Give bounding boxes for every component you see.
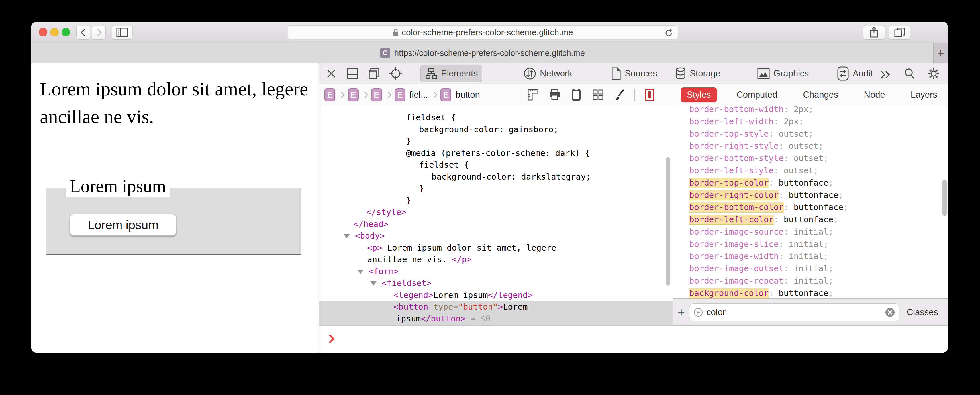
minimize-window-button[interactable] [50, 28, 59, 37]
dom-node-line[interactable]: <fieldset> [319, 277, 673, 289]
css-property-row[interactable]: background-color: buttonface; [689, 287, 948, 299]
print-styles-button[interactable] [548, 88, 562, 102]
styles-panel-scrollbar[interactable] [942, 180, 947, 216]
page-button[interactable]: Lorem ipsum [70, 214, 177, 236]
dom-node-line[interactable]: </head> [319, 218, 673, 230]
disclosure-triangle-icon[interactable] [370, 281, 377, 285]
css-semicolon: ; [838, 190, 843, 200]
dom-node-line[interactable]: fieldset { [319, 159, 673, 171]
element-badge[interactable]: E [348, 88, 359, 102]
dom-node-line[interactable]: <p> Lorem ipsum dolor sit amet, legere [319, 242, 673, 254]
element-badge[interactable]: E [395, 88, 406, 102]
dom-node-selected[interactable]: ipsum</button> = $0 [319, 313, 673, 325]
dom-node-line[interactable]: fieldset { [319, 112, 673, 124]
inspector-tab-sources[interactable]: Sources [606, 65, 662, 82]
dom-node-line[interactable]: } [319, 183, 673, 195]
ruler-button[interactable] [526, 88, 540, 102]
dock-side-button[interactable] [367, 67, 381, 80]
css-property-row[interactable]: border-left-color: buttonface; [689, 213, 948, 226]
reload-icon[interactable] [665, 28, 673, 38]
dom-panel-scrollbar[interactable] [666, 157, 670, 285]
paint-flashing-button[interactable] [613, 88, 627, 102]
dom-node-line[interactable]: @media (prefers-color-scheme: dark) { [319, 147, 673, 159]
css-property-row[interactable]: border-bottom-width: 2px; [689, 106, 948, 115]
css-property-row[interactable]: border-left-style: outset; [689, 164, 948, 177]
dom-node-line[interactable]: <legend>Lorem ipsum</legend> [319, 289, 673, 301]
styles-tab-styles[interactable]: Styles [681, 88, 717, 102]
inspector-navigation-bar: EEEEfiel...Ebutton [319, 84, 948, 106]
css-property-row[interactable]: border-bottom-color: buttonface; [689, 201, 948, 213]
settings-button[interactable] [927, 67, 940, 80]
css-property-row[interactable]: border-image-source: initial; [689, 226, 948, 238]
dock-bottom-button[interactable] [345, 67, 359, 80]
active-tab[interactable]: C https://color-scheme-prefers-color-sch… [31, 43, 934, 63]
inspector-tab-elements[interactable]: Elements [420, 65, 482, 82]
force-appearance-button[interactable] [643, 88, 656, 102]
styles-filter-input[interactable]: color [689, 303, 899, 322]
close-window-button[interactable] [39, 28, 47, 37]
css-semicolon: ; [829, 276, 833, 285]
css-property-row[interactable]: border-image-repeat: initial; [689, 275, 948, 287]
share-button[interactable] [863, 25, 885, 39]
url-bar[interactable]: color-scheme-prefers-color-scheme.glitch… [288, 25, 678, 40]
css-property-row[interactable]: border-top-color: buttonface; [689, 177, 948, 189]
dom-node-line[interactable]: ancillae ne vis. </p> [319, 254, 673, 266]
classes-button[interactable]: Classes [907, 307, 938, 317]
close-inspector-button[interactable] [325, 67, 338, 80]
sidebar-toggle-button[interactable] [112, 25, 133, 39]
css-property-row[interactable]: border-right-style: outset; [689, 140, 948, 152]
css-property-row[interactable]: border-image-outset: initial; [689, 263, 948, 275]
dom-node-line[interactable]: } [319, 135, 673, 147]
css-property-row[interactable]: border-left-width: 2px; [689, 115, 948, 128]
quick-console[interactable] [319, 325, 948, 352]
forward-button[interactable] [92, 25, 106, 39]
element-picker-button[interactable] [389, 67, 402, 80]
css-property-value: 2px [784, 116, 799, 126]
css-property-row[interactable]: border-top-style: outset; [689, 128, 948, 140]
element-badge[interactable]: E [441, 88, 451, 102]
clear-filter-icon[interactable] [885, 307, 895, 317]
search-button[interactable] [903, 67, 916, 80]
inspector-tab-storage[interactable]: Storage [670, 65, 725, 82]
more-tabs-button[interactable] [878, 68, 892, 81]
dom-node-selected[interactable]: <button type="button">Lorem [319, 301, 673, 313]
element-badge[interactable]: E [371, 88, 382, 102]
share-icon [869, 27, 879, 38]
css-semicolon: ; [823, 153, 828, 163]
device-settings-button[interactable] [570, 88, 583, 102]
breadcrumb-label[interactable]: button [455, 90, 480, 100]
element-badge[interactable]: E [325, 88, 335, 102]
disclosure-triangle-icon[interactable] [357, 269, 364, 274]
filter-value: color [706, 307, 885, 317]
css-property-row[interactable]: border-right-color: buttonface; [689, 189, 948, 201]
dom-node-line[interactable]: background-color: gainsboro; [319, 124, 673, 135]
css-semicolon: ; [818, 141, 823, 151]
inspector-tab-network[interactable]: Network [519, 65, 577, 82]
dom-node-line[interactable]: background-color: darkslategray; [319, 171, 673, 183]
css-property-row[interactable]: border-image-slice: initial; [689, 238, 948, 250]
new-tab-button[interactable]: + [933, 43, 948, 63]
styles-tab-changes[interactable]: Changes [797, 88, 845, 102]
css-property-row[interactable]: border-image-width: initial; [689, 250, 948, 263]
css-property-name: border-right-style [689, 141, 779, 151]
dom-node-line[interactable]: } [319, 195, 673, 207]
dom-node-line[interactable]: </style> [319, 206, 673, 218]
styles-tab-computed[interactable]: Computed [730, 88, 783, 102]
elements-icon [425, 67, 438, 80]
styles-tab-node[interactable]: Node [858, 88, 891, 102]
css-property-name: border-left-width [689, 116, 774, 126]
inspector-tab-audit[interactable]: Audit [832, 65, 877, 82]
new-rule-button[interactable]: + [673, 305, 689, 320]
tab-overview-button[interactable] [889, 25, 910, 39]
css-property-row[interactable]: border-bottom-style: outset; [689, 152, 948, 164]
zoom-window-button[interactable] [62, 28, 70, 37]
inspector-tab-graphics[interactable]: Graphics [752, 65, 813, 82]
breadcrumb-label[interactable]: fiel... [409, 90, 428, 100]
back-button[interactable] [76, 25, 90, 39]
code-segment: type= [428, 302, 458, 312]
grid-overlay-button[interactable] [591, 88, 605, 102]
dom-node-line[interactable]: <body> [319, 230, 673, 242]
disclosure-triangle-icon[interactable] [344, 234, 350, 238]
dom-node-line[interactable]: <form> [319, 266, 673, 277]
styles-tab-layers[interactable]: Layers [905, 88, 943, 102]
